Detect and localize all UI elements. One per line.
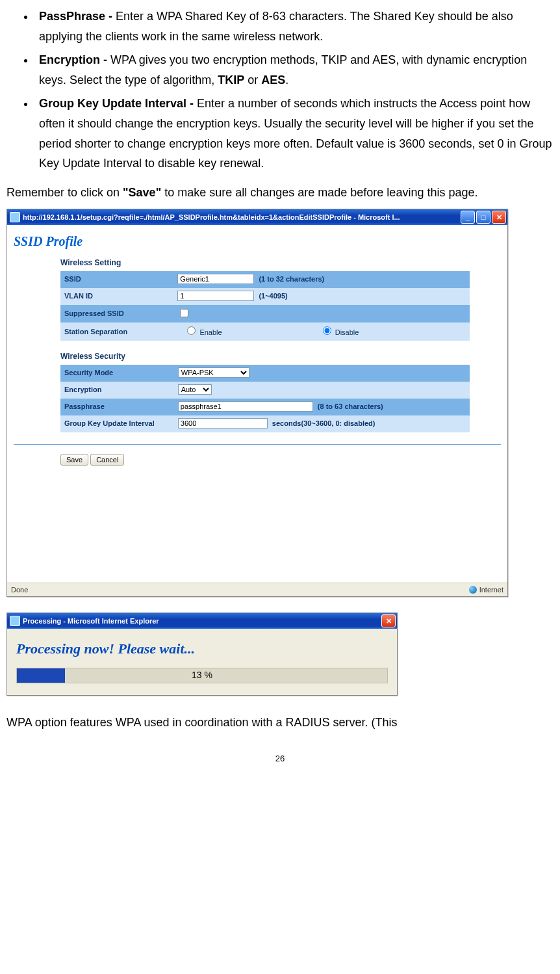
ssid-hint: (1 to 32 characters) bbox=[259, 275, 324, 283]
section-wireless-setting: Wireless Setting bbox=[60, 256, 501, 269]
row-vlan: VLAN ID (1~4095) bbox=[60, 288, 470, 305]
mid: or bbox=[244, 73, 261, 86]
page-number: 26 bbox=[6, 752, 554, 766]
row-encryption: Encryption Auto bbox=[60, 382, 470, 399]
post: . bbox=[285, 73, 288, 86]
ssid-input[interactable] bbox=[177, 274, 254, 284]
cancel-button[interactable]: Cancel bbox=[90, 454, 124, 466]
pass-input[interactable] bbox=[178, 401, 313, 412]
status-zone: Internet bbox=[469, 584, 503, 596]
vlan-input[interactable] bbox=[177, 291, 254, 301]
proc-close-button[interactable]: ✕ bbox=[381, 614, 396, 627]
term: Encryption - bbox=[39, 53, 110, 66]
proc-title: Processing - Microsoft Internet Explorer bbox=[23, 615, 381, 627]
mode-label: Security Mode bbox=[60, 365, 174, 382]
pass-label: Passphrase bbox=[60, 399, 174, 415]
row-suppressed: Suppressed SSID bbox=[60, 305, 470, 323]
bullet-group-key: Group Key Update Interval - Enter a numb… bbox=[35, 94, 554, 173]
processing-window: Processing - Microsoft Internet Explorer… bbox=[6, 612, 398, 695]
pre: Remember to click on bbox=[6, 186, 123, 199]
vlan-label: VLAN ID bbox=[60, 288, 173, 305]
window-body: SSID Profile Wireless Setting SSID (1 to… bbox=[7, 225, 507, 583]
row-ssid: SSID (1 to 32 characters) bbox=[60, 271, 470, 288]
vlan-hint: (1~4095) bbox=[259, 292, 287, 300]
zone-label: Internet bbox=[479, 584, 503, 596]
enc-label: Encryption bbox=[60, 382, 174, 399]
tail-paragraph: WPA option features WPA used in coordina… bbox=[6, 713, 554, 733]
titlebar: http://192.168.1.1/setup.cgi?reqfile=./h… bbox=[7, 209, 507, 225]
separation-label: Station Separation bbox=[60, 322, 173, 341]
page-icon bbox=[10, 212, 20, 222]
window-title: http://192.168.1.1/setup.cgi?reqfile=./h… bbox=[23, 211, 461, 224]
tkip: TKIP bbox=[218, 73, 244, 86]
grp-input[interactable] bbox=[178, 418, 268, 428]
section-wireless-security: Wireless Security bbox=[60, 350, 501, 363]
wireless-setting-table: SSID (1 to 32 characters) VLAN ID (1~409… bbox=[60, 271, 470, 341]
proc-heading: Processing now! Please wait... bbox=[16, 637, 388, 661]
row-group-key: Group Key Update Interval seconds(30~360… bbox=[60, 415, 470, 432]
enc-select[interactable]: Auto bbox=[178, 384, 212, 395]
suppressed-label: Suppressed SSID bbox=[60, 305, 173, 323]
progress-bar: 13 % bbox=[16, 668, 388, 683]
definition-list: PassPhrase - Enter a WPA Shared Key of 8… bbox=[6, 7, 554, 174]
term: PassPhrase - bbox=[39, 10, 116, 23]
grp-hint: seconds(30~3600, 0: disabled) bbox=[272, 419, 375, 427]
progress-label: 13 % bbox=[17, 668, 387, 683]
maximize-button[interactable]: □ bbox=[476, 211, 490, 224]
ie-window-ssid-profile: http://192.168.1.1/setup.cgi?reqfile=./h… bbox=[6, 209, 508, 597]
bullet-passphrase: PassPhrase - Enter a WPA Shared Key of 8… bbox=[35, 7, 554, 46]
save-word: "Save" bbox=[123, 186, 161, 199]
proc-body: Processing now! Please wait... 13 % bbox=[7, 629, 397, 694]
remember-paragraph: Remember to click on "Save" to make sure… bbox=[6, 183, 554, 203]
minimize-button[interactable]: _ bbox=[461, 211, 475, 224]
globe-icon bbox=[469, 586, 477, 594]
mode-select[interactable]: WPA-PSK bbox=[178, 367, 249, 378]
page-icon bbox=[10, 616, 20, 626]
disable-option[interactable]: Disable bbox=[320, 324, 359, 339]
enable-option[interactable]: Enable bbox=[184, 324, 222, 339]
post: to make sure all changes are made before… bbox=[161, 186, 477, 199]
row-security-mode: Security Mode WPA-PSK bbox=[60, 365, 470, 382]
page-title: SSID Profile bbox=[14, 230, 501, 252]
grp-label: Group Key Update Interval bbox=[60, 415, 174, 432]
ssid-label: SSID bbox=[60, 271, 173, 288]
enable-radio[interactable] bbox=[187, 326, 196, 335]
save-button[interactable]: Save bbox=[60, 454, 88, 466]
wireless-security-table: Security Mode WPA-PSK Encryption Auto Pa… bbox=[60, 365, 470, 432]
statusbar: Done Internet bbox=[7, 583, 507, 596]
pass-hint: (8 to 63 characters) bbox=[318, 402, 383, 410]
divider bbox=[14, 444, 501, 445]
disable-radio[interactable] bbox=[323, 326, 331, 335]
close-button[interactable]: ✕ bbox=[492, 211, 506, 224]
row-passphrase: Passphrase (8 to 63 characters) bbox=[60, 399, 470, 415]
term: Group Key Update Interval - bbox=[39, 97, 197, 110]
aes: AES bbox=[261, 73, 285, 86]
suppressed-checkbox[interactable] bbox=[180, 309, 188, 317]
proc-titlebar: Processing - Microsoft Internet Explorer… bbox=[7, 613, 397, 629]
row-separation: Station Separation Enable Disable bbox=[60, 322, 470, 341]
bullet-encryption: Encryption - WPA gives you two encryptio… bbox=[35, 50, 554, 90]
status-left: Done bbox=[11, 584, 28, 596]
